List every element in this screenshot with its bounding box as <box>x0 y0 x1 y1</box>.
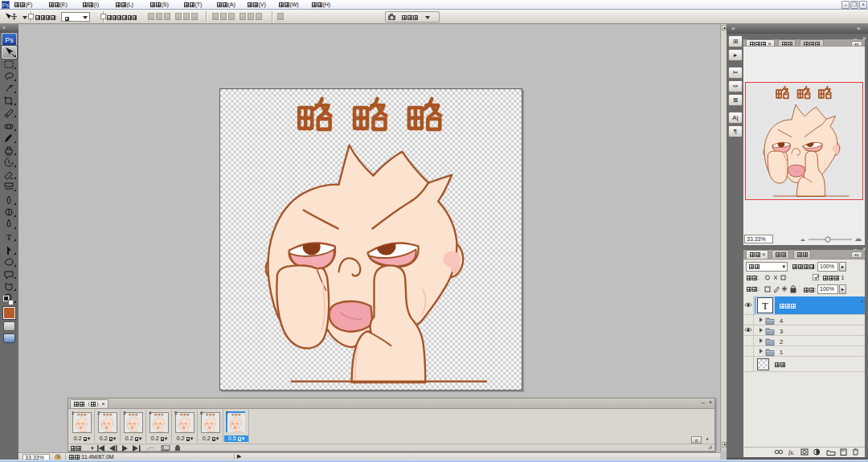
svg-text:T: T <box>6 232 12 242</box>
svg-text:Ps: Ps <box>2 2 10 8</box>
svg-text:fx.: fx. <box>788 449 795 456</box>
svg-text:Ps: Ps <box>5 36 14 44</box>
